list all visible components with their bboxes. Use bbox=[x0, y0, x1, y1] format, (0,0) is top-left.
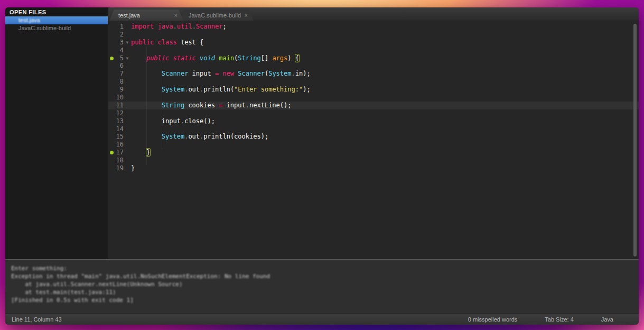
code-text: } bbox=[131, 164, 135, 172]
code-line[interactable]: 5▼ public static void main(String[] args… bbox=[108, 54, 639, 62]
code-lines: 1import java.util.Scanner;23▼public clas… bbox=[108, 23, 639, 172]
tab-close-icon[interactable]: × bbox=[243, 12, 249, 19]
code-line[interactable]: 19} bbox=[108, 164, 639, 172]
gutter: 5▼ bbox=[108, 54, 131, 62]
line-number: 10 bbox=[115, 94, 124, 102]
line-number: 1 bbox=[115, 23, 124, 31]
code-line[interactable]: 14 bbox=[108, 125, 639, 133]
code-line[interactable]: 4 bbox=[108, 47, 639, 54]
fold-slot bbox=[124, 47, 131, 54]
code-line[interactable]: 11 String cookies = input.nextLine(); bbox=[108, 102, 639, 109]
status-right-items: 0 misspelled wordsTab Size: 4Java bbox=[468, 316, 613, 323]
code-line[interactable]: 16 bbox=[108, 141, 639, 149]
code-line[interactable]: 3▼public class test { bbox=[108, 39, 639, 47]
tab-test-java[interactable]: test.java× bbox=[109, 10, 183, 21]
console-line: at java.util.Scanner.nextLine(Unknown So… bbox=[11, 280, 639, 288]
console-line: at test.main(test.java:11) bbox=[11, 288, 639, 296]
gutter: 9 bbox=[108, 86, 131, 94]
cursor-position-label[interactable]: Line 11, Column 43 bbox=[12, 316, 468, 323]
sidebar-item-label: JavaC.sublime-build bbox=[18, 25, 71, 31]
fold-slot bbox=[124, 70, 131, 78]
fold-slot bbox=[124, 141, 131, 149]
gutter: 14 bbox=[108, 125, 131, 133]
code-line[interactable]: 17 } bbox=[108, 149, 639, 157]
code-line[interactable]: 18 bbox=[108, 157, 639, 164]
line-number: 7 bbox=[115, 70, 124, 78]
code-line[interactable]: 6 bbox=[108, 62, 639, 70]
gutter: 7 bbox=[108, 70, 131, 78]
fold-slot bbox=[124, 78, 131, 86]
fold-slot bbox=[124, 94, 131, 102]
code-text: import java.util.Scanner; bbox=[131, 23, 227, 31]
sublime-window: OPEN FILES test.javaJavaC.sublime-build … bbox=[5, 7, 639, 325]
code-line[interactable]: 15 System.out.println(cookies); bbox=[108, 133, 639, 141]
sidebar-item-label: test.java bbox=[18, 17, 40, 23]
line-number: 6 bbox=[115, 62, 124, 70]
code-line[interactable]: 8 bbox=[108, 78, 639, 86]
tab-label: test.java bbox=[118, 12, 140, 19]
sidebar-item-javac-sublime-build[interactable]: JavaC.sublime-build bbox=[5, 24, 108, 32]
line-number: 11 bbox=[115, 102, 124, 109]
fold-slot bbox=[124, 62, 131, 70]
fold-slot bbox=[124, 157, 131, 164]
gutter-marker-dot-icon bbox=[108, 149, 115, 157]
gutter-marker-dot-icon bbox=[108, 54, 115, 62]
status-item-0-misspelled-words: 0 misspelled words bbox=[468, 316, 518, 323]
fold-slot bbox=[124, 133, 131, 141]
gutter: 16 bbox=[108, 141, 131, 149]
gutter: 17 bbox=[108, 149, 131, 157]
gutter: 3▼ bbox=[108, 39, 131, 47]
console-line: Exception in thread "main" java.util.NoS… bbox=[11, 272, 639, 280]
line-number: 17 bbox=[115, 149, 124, 157]
gutter-marker-slot bbox=[108, 94, 115, 102]
fold-slot bbox=[124, 117, 131, 125]
gutter-marker-slot bbox=[108, 47, 115, 54]
open-files-list: test.javaJavaC.sublime-build bbox=[5, 16, 108, 32]
code-line[interactable]: 10 bbox=[108, 94, 639, 102]
console-line: [Finished in 0.5s with exit code 1] bbox=[11, 296, 639, 304]
gutter-marker-slot bbox=[108, 117, 115, 125]
tab-close-icon[interactable]: × bbox=[173, 12, 179, 19]
code-area[interactable]: 1import java.util.Scanner;23▼public clas… bbox=[108, 21, 639, 259]
gutter: 10 bbox=[108, 94, 131, 102]
code-line[interactable]: 13 input.close(); bbox=[108, 117, 639, 125]
line-number: 2 bbox=[115, 31, 124, 39]
tab-javac-sublime-build[interactable]: JavaC.sublime-build× bbox=[180, 10, 254, 21]
status-item-tab-size-4[interactable]: Tab Size: 4 bbox=[545, 316, 573, 323]
gutter-marker-slot bbox=[108, 125, 115, 133]
gutter: 11 bbox=[108, 102, 131, 109]
fold-arrow-icon[interactable]: ▼ bbox=[124, 39, 131, 47]
code-text: Scanner input = new Scanner(System.in); bbox=[131, 70, 311, 78]
gutter-marker-slot bbox=[108, 23, 115, 31]
code-line[interactable]: 1import java.util.Scanner; bbox=[108, 23, 639, 31]
fold-slot bbox=[124, 164, 131, 172]
editor-column: test.java×JavaC.sublime-build× 1import j… bbox=[108, 7, 639, 259]
code-line[interactable]: 9 System.out.println("Enter something:")… bbox=[108, 86, 639, 94]
line-number: 19 bbox=[115, 164, 124, 172]
gutter-marker-slot bbox=[108, 141, 115, 149]
code-text: System.out.println("Enter something:"); bbox=[131, 86, 311, 94]
gutter-marker-slot bbox=[108, 157, 115, 164]
build-output-text: Enter something:Exception in thread "mai… bbox=[11, 264, 639, 304]
code-text: public static void main(String[] args) { bbox=[131, 54, 299, 62]
fold-arrow-icon[interactable]: ▼ bbox=[124, 54, 131, 62]
line-number: 16 bbox=[115, 141, 124, 149]
gutter: 6 bbox=[108, 62, 131, 70]
tab-label: JavaC.sublime-build bbox=[189, 12, 241, 19]
gutter-marker-slot bbox=[108, 164, 115, 172]
fold-slot bbox=[124, 31, 131, 39]
code-text: String cookies = input.nextLine(); bbox=[131, 102, 292, 109]
gutter-marker-slot bbox=[108, 133, 115, 141]
status-item-java[interactable]: Java bbox=[601, 316, 613, 323]
vertical-scrollbar[interactable] bbox=[633, 24, 637, 256]
line-number: 15 bbox=[115, 133, 124, 141]
code-line[interactable]: 12 bbox=[108, 109, 639, 117]
gutter-marker-slot bbox=[108, 31, 115, 39]
fold-slot bbox=[124, 125, 131, 133]
sidebar-item-test-java[interactable]: test.java bbox=[5, 16, 108, 24]
code-line[interactable]: 2 bbox=[108, 31, 639, 39]
fold-slot bbox=[124, 149, 131, 157]
code-text: public class test { bbox=[131, 39, 203, 47]
fold-slot bbox=[124, 86, 131, 94]
code-line[interactable]: 7 Scanner input = new Scanner(System.in)… bbox=[108, 70, 639, 78]
